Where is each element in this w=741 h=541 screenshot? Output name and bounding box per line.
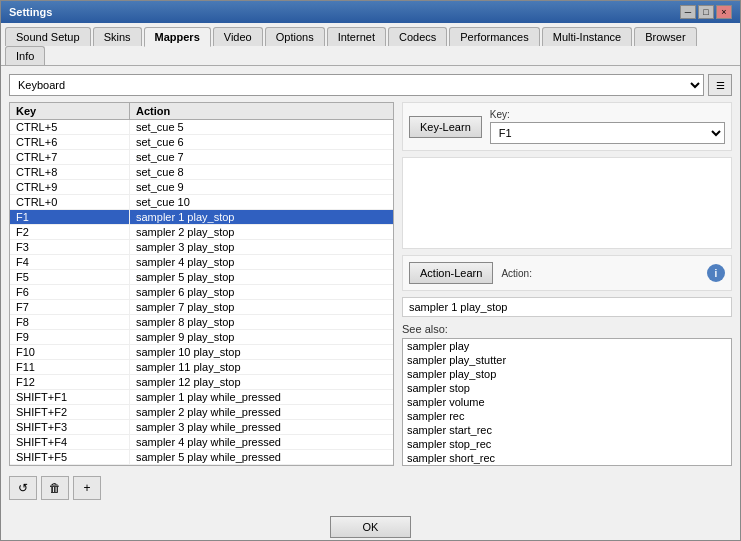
- table-row[interactable]: F4 sampler 4 play_stop: [10, 255, 393, 270]
- table-row[interactable]: F10 sampler 10 play_stop: [10, 345, 393, 360]
- table-row[interactable]: CTRL+0 set_cue 10: [10, 195, 393, 210]
- key-visual-area: [402, 157, 732, 249]
- cell-action: set_cue 9: [130, 180, 393, 194]
- cell-action: sampler 11 play_stop: [130, 360, 393, 374]
- tab-internet[interactable]: Internet: [327, 27, 386, 46]
- main-area: Key Action CTRL+5 set_cue 5 CTRL+6 set_c…: [9, 102, 732, 466]
- tab-info[interactable]: Info: [5, 46, 45, 65]
- col-key-header: Key: [10, 103, 130, 119]
- cell-key: SHIFT+F5: [10, 450, 130, 464]
- tab-skins[interactable]: Skins: [93, 27, 142, 46]
- tab-codecs[interactable]: Codecs: [388, 27, 447, 46]
- tab-video[interactable]: Video: [213, 27, 263, 46]
- table-row[interactable]: CTRL+5 set_cue 5: [10, 120, 393, 135]
- cell-key: F12: [10, 375, 130, 389]
- see-also-item[interactable]: sampler play_stutter: [403, 353, 731, 367]
- keyboard-row: Keyboard ☰: [9, 74, 732, 96]
- table-row[interactable]: F12 sampler 12 play_stop: [10, 375, 393, 390]
- content-area: Keyboard ☰ Key Action CTRL+5 set_cue 5 C…: [1, 66, 740, 512]
- cell-key: F3: [10, 240, 130, 254]
- tab-bar: Sound Setup Skins Mappers Video Options …: [1, 23, 740, 66]
- table-row[interactable]: CTRL+8 set_cue 8: [10, 165, 393, 180]
- cell-action: sampler 5 play_stop: [130, 270, 393, 284]
- cell-action: set_cue 10: [130, 195, 393, 209]
- cell-action: sampler 9 play_stop: [130, 330, 393, 344]
- see-also-item[interactable]: sampler stop: [403, 381, 731, 395]
- cell-action: set_cue 8: [130, 165, 393, 179]
- tab-sound-setup[interactable]: Sound Setup: [5, 27, 91, 46]
- keyboard-select[interactable]: Keyboard: [9, 74, 704, 96]
- tool-buttons: ↺ 🗑 +: [9, 476, 101, 500]
- add-button[interactable]: +: [73, 476, 101, 500]
- list-icon-button[interactable]: ☰: [708, 74, 732, 96]
- table-row[interactable]: CTRL+9 set_cue 9: [10, 180, 393, 195]
- table-row[interactable]: SHIFT+F5 sampler 5 play while_pressed: [10, 450, 393, 465]
- see-also-item[interactable]: sampler rec: [403, 409, 731, 423]
- table-body[interactable]: CTRL+5 set_cue 5 CTRL+6 set_cue 6 CTRL+7…: [10, 120, 393, 465]
- keyboard-dropdown-wrapper: Keyboard: [9, 74, 704, 96]
- tab-mappers[interactable]: Mappers: [144, 27, 211, 47]
- cell-key: CTRL+9: [10, 180, 130, 194]
- see-also-section: See also: sampler playsampler play_stutt…: [402, 323, 732, 466]
- see-also-item[interactable]: sampler stop_rec: [403, 437, 731, 451]
- tab-browser[interactable]: Browser: [634, 27, 696, 46]
- table-row[interactable]: F6 sampler 6 play_stop: [10, 285, 393, 300]
- cell-key: F9: [10, 330, 130, 344]
- delete-button[interactable]: 🗑: [41, 476, 69, 500]
- action-learn-button[interactable]: Action-Learn: [409, 262, 493, 284]
- cell-action: set_cue 5: [130, 120, 393, 134]
- close-button[interactable]: ×: [716, 5, 732, 19]
- window-title: Settings: [9, 6, 52, 18]
- table-row[interactable]: F3 sampler 3 play_stop: [10, 240, 393, 255]
- minimize-button[interactable]: ─: [680, 5, 696, 19]
- info-icon-button[interactable]: i: [707, 264, 725, 282]
- table-row[interactable]: SHIFT+F4 sampler 4 play while_pressed: [10, 435, 393, 450]
- table-row[interactable]: SHIFT+F3 sampler 3 play while_pressed: [10, 420, 393, 435]
- tab-multi-instance[interactable]: Multi-Instance: [542, 27, 632, 46]
- tab-performances[interactable]: Performances: [449, 27, 539, 46]
- cell-key: SHIFT+F3: [10, 420, 130, 434]
- action-input-row: Action: i: [501, 264, 725, 282]
- table-row[interactable]: F2 sampler 2 play_stop: [10, 225, 393, 240]
- cell-action: sampler 2 play_stop: [130, 225, 393, 239]
- table-row[interactable]: SHIFT+F1 sampler 1 play while_pressed: [10, 390, 393, 405]
- see-also-item[interactable]: sampler start_rec: [403, 423, 731, 437]
- ok-button[interactable]: OK: [330, 516, 412, 538]
- cell-action: set_cue 7: [130, 150, 393, 164]
- cell-action: sampler 1 play_stop: [130, 210, 393, 224]
- table-row[interactable]: F9 sampler 9 play_stop: [10, 330, 393, 345]
- see-also-label: See also:: [402, 323, 732, 335]
- table-row[interactable]: F1 sampler 1 play_stop: [10, 210, 393, 225]
- see-also-item[interactable]: sampler volume: [403, 395, 731, 409]
- table-row[interactable]: SHIFT+F2 sampler 2 play while_pressed: [10, 405, 393, 420]
- maximize-button[interactable]: □: [698, 5, 714, 19]
- reset-button[interactable]: ↺: [9, 476, 37, 500]
- table-row[interactable]: CTRL+6 set_cue 6: [10, 135, 393, 150]
- see-also-item[interactable]: sampler short_rec: [403, 451, 731, 465]
- see-also-item[interactable]: sampler play_stop: [403, 367, 731, 381]
- key-learn-button[interactable]: Key-Learn: [409, 116, 482, 138]
- settings-window: Settings ─ □ × Sound Setup Skins Mappers…: [0, 0, 741, 541]
- cell-key: F6: [10, 285, 130, 299]
- action-label: Action:: [501, 268, 532, 279]
- key-value-dropdown[interactable]: F1: [490, 122, 725, 144]
- cell-key: F8: [10, 315, 130, 329]
- table-row[interactable]: F11 sampler 11 play_stop: [10, 360, 393, 375]
- see-also-list[interactable]: sampler playsampler play_stuttersampler …: [402, 338, 732, 466]
- see-also-item[interactable]: sampler play: [403, 339, 731, 353]
- cell-action: sampler 4 play while_pressed: [130, 435, 393, 449]
- table-row[interactable]: CTRL+7 set_cue 7: [10, 150, 393, 165]
- key-label: Key:: [490, 109, 725, 120]
- table-row[interactable]: F8 sampler 8 play_stop: [10, 315, 393, 330]
- table-header: Key Action: [10, 103, 393, 120]
- key-action-table: Key Action CTRL+5 set_cue 5 CTRL+6 set_c…: [9, 102, 394, 466]
- cell-key: CTRL+6: [10, 135, 130, 149]
- cell-key: F1: [10, 210, 130, 224]
- tab-options[interactable]: Options: [265, 27, 325, 46]
- cell-action: set_cue 6: [130, 135, 393, 149]
- key-field-group: Key: F1: [490, 109, 725, 144]
- table-row[interactable]: F7 sampler 7 play_stop: [10, 300, 393, 315]
- table-row[interactable]: F5 sampler 5 play_stop: [10, 270, 393, 285]
- cell-action: sampler 2 play while_pressed: [130, 405, 393, 419]
- key-section: Key-Learn Key: F1: [402, 102, 732, 151]
